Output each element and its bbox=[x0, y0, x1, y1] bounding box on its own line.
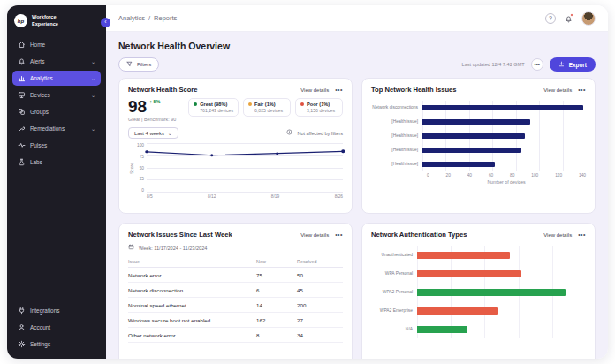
sidebar-item-label: Integrations bbox=[30, 307, 59, 314]
line-points bbox=[147, 143, 343, 192]
x-axis-ticks: 0 20 40 60 80 100 120 140 bbox=[427, 173, 586, 178]
sidebar-item-label: Analytics bbox=[30, 75, 53, 81]
sidebar-item-pulses[interactable]: Pulses bbox=[12, 138, 101, 153]
page-toolbar: Filters Last updated 12/4 7:42 GMT ••• E… bbox=[118, 57, 596, 72]
table-row: Windows secure boot not enabled16227 bbox=[128, 313, 343, 328]
sidebar-item-alerts[interactable]: Alerts ⌄ bbox=[12, 54, 101, 69]
column-header-resolved: Resolved bbox=[297, 256, 343, 268]
filters-button[interactable]: Filters bbox=[118, 57, 159, 72]
sidebar-item-remediations[interactable]: Remediations ⌄ bbox=[12, 121, 101, 136]
bell-icon bbox=[18, 57, 26, 65]
score-legend: Great (98%) 761,243 devices Fair (1%) 6,… bbox=[188, 98, 343, 117]
brand-name-line2: Experience bbox=[32, 21, 58, 27]
breadcrumb-parent[interactable]: Analytics bbox=[118, 14, 145, 22]
bar bbox=[417, 307, 498, 315]
card-more-button[interactable]: ••• bbox=[578, 231, 586, 238]
toolbar-right: Last updated 12/4 7:42 GMT ••• Export bbox=[462, 57, 596, 72]
user-avatar[interactable] bbox=[581, 11, 596, 26]
view-details-link[interactable]: View details bbox=[300, 87, 329, 93]
page-more-button[interactable]: ••• bbox=[531, 58, 543, 71]
breadcrumb-current: Reports bbox=[154, 14, 177, 22]
card-network-health-score: Network Health Score View details ••• 98… bbox=[118, 78, 353, 214]
card-more-button[interactable]: ••• bbox=[335, 231, 343, 238]
app-window: ‹ hp Workforce Experience Home Alerts ⌄ … bbox=[7, 5, 608, 359]
sidebar-item-label: Groups bbox=[30, 109, 49, 115]
sidebar-item-label: Account bbox=[30, 324, 50, 330]
card-network-authentication-types: Network Authentication Types View detail… bbox=[361, 223, 596, 359]
view-details-link[interactable]: View details bbox=[543, 232, 572, 238]
help-icon[interactable]: ? bbox=[545, 13, 556, 24]
table-row: Nominal speed ethernet14200 bbox=[128, 298, 343, 313]
card-more-button[interactable]: ••• bbox=[578, 87, 586, 93]
score-benchmark: Great | Benchmark: 90 bbox=[128, 117, 176, 122]
issues-table: Issue New Resolved Network error7550 Net… bbox=[128, 256, 343, 343]
devices-icon bbox=[18, 91, 26, 99]
sidebar-item-label: Home bbox=[30, 42, 45, 48]
settings-icon bbox=[18, 340, 26, 348]
sidebar-item-account[interactable]: Account bbox=[12, 320, 101, 335]
topbar: Analytics / Reports ? bbox=[106, 5, 608, 32]
sidebar-item-analytics[interactable]: Analytics ⌄ bbox=[12, 71, 101, 86]
last-updated-text: Last updated 12/4 7:42 GMT bbox=[462, 62, 525, 67]
bar bbox=[422, 119, 530, 125]
cards-grid: Network Health Score View details ••• 98… bbox=[118, 78, 596, 359]
breadcrumb: Analytics / Reports bbox=[118, 14, 177, 22]
brand-name: Workforce Experience bbox=[32, 14, 58, 27]
view-details-link[interactable]: View details bbox=[300, 232, 329, 238]
filters-note: Not affected by filters bbox=[286, 129, 343, 137]
bar bbox=[417, 252, 510, 259]
score-delta: ↑ 5% bbox=[149, 99, 160, 104]
date-range-select[interactable]: Last 4 weeks ⌄ bbox=[128, 127, 178, 139]
hp-logo: hp bbox=[14, 14, 27, 27]
main-area: Analytics / Reports ? Network Health Ove… bbox=[106, 5, 608, 359]
labs-icon bbox=[18, 158, 26, 166]
view-details-link[interactable]: View details bbox=[543, 87, 572, 93]
line-plot-area bbox=[147, 143, 343, 193]
export-button[interactable]: Export bbox=[550, 57, 596, 72]
score-summary: 98 ↑ 5% Great | Benchmark: 90 Great (98%… bbox=[128, 98, 343, 122]
card-network-issues-week: Network Issues Since Last Week View deta… bbox=[118, 223, 353, 359]
notification-dot bbox=[570, 13, 573, 17]
groups-icon bbox=[18, 108, 26, 116]
sidebar-item-label: Devices bbox=[30, 92, 50, 98]
legend-fair: Fair (1%) 6,025 devices bbox=[243, 98, 291, 117]
bar bbox=[422, 148, 521, 153]
sidebar-item-label: Pulses bbox=[30, 142, 47, 148]
auth-types-bar-chart: Unauthenticated WPA Personal WPA2 Person… bbox=[371, 246, 586, 338]
chevron-down-icon: ⌄ bbox=[91, 125, 95, 132]
info-icon bbox=[286, 129, 294, 137]
sidebar-item-label: Labs bbox=[30, 159, 42, 165]
legend-dot-great bbox=[194, 102, 197, 106]
funnel-icon bbox=[126, 61, 134, 69]
bar bbox=[422, 162, 495, 167]
issues-bar-chart: Network disconnections [Health issue] [H… bbox=[371, 101, 586, 171]
notifications-bell-icon[interactable] bbox=[565, 14, 573, 22]
card-more-button[interactable]: ••• bbox=[335, 87, 343, 93]
sidebar-item-label: Alerts bbox=[30, 58, 44, 64]
page-content: Network Health Overview Filters Last upd… bbox=[106, 32, 608, 359]
sidebar-item-labs[interactable]: Labs bbox=[12, 155, 101, 170]
sidebar-collapse-button[interactable]: ‹ bbox=[101, 18, 110, 27]
chevron-down-icon: ⌄ bbox=[168, 130, 172, 136]
bar bbox=[417, 270, 521, 277]
calendar-icon bbox=[128, 244, 136, 252]
card-top-network-health-issues: Top Network Health Issues View details •… bbox=[361, 78, 596, 214]
score-value: 98 bbox=[128, 98, 147, 115]
sidebar-item-home[interactable]: Home bbox=[12, 37, 101, 52]
card-title: Top Network Health Issues bbox=[371, 86, 457, 94]
card-title: Network Health Score bbox=[128, 86, 198, 94]
sidebar-item-devices[interactable]: Devices ⌄ bbox=[12, 87, 101, 102]
filters-label: Filters bbox=[137, 62, 151, 67]
column-header-issue: Issue bbox=[128, 256, 256, 268]
sidebar-item-groups[interactable]: Groups bbox=[12, 104, 101, 119]
legend-great: Great (98%) 761,243 devices bbox=[188, 98, 239, 117]
legend-dot-poor bbox=[300, 102, 304, 106]
card-title: Network Authentication Types bbox=[371, 231, 467, 239]
bar bbox=[422, 133, 525, 139]
pulses-icon bbox=[18, 141, 26, 149]
sidebar-item-integrations[interactable]: Integrations bbox=[12, 303, 101, 318]
table-row: Network disconnection645 bbox=[128, 283, 343, 298]
sidebar: ‹ hp Workforce Experience Home Alerts ⌄ … bbox=[7, 5, 106, 359]
sidebar-item-settings[interactable]: Settings bbox=[12, 337, 101, 352]
score-line-chart: Score 100 75 50 25 0 bbox=[128, 143, 343, 193]
